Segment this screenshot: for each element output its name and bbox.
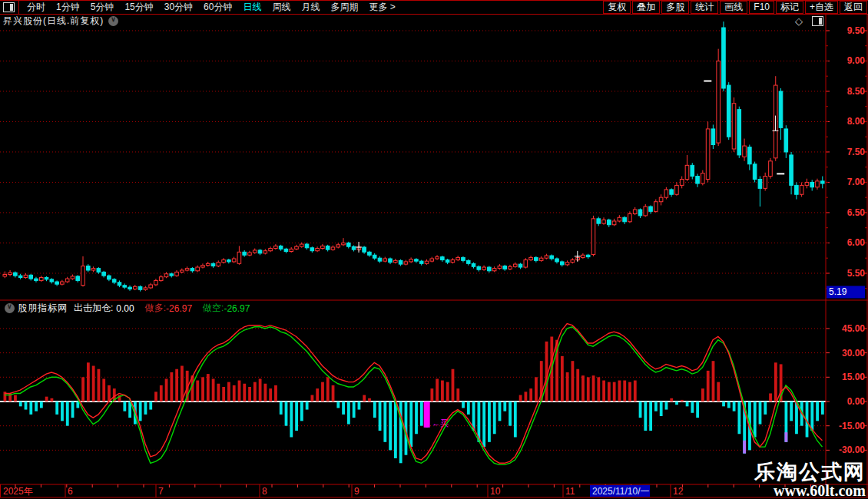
toolbar-button-5[interactable]: F10	[749, 1, 774, 14]
price-axis-label: 9.00	[847, 55, 866, 66]
indicator-bar	[639, 402, 642, 418]
period-tab-0[interactable]: 分时	[22, 1, 51, 14]
period-tab-2[interactable]: 5分钟	[85, 1, 120, 14]
date-label[interactable]: 6	[68, 486, 73, 497]
indicator-bar	[529, 388, 532, 402]
indicator-bar	[175, 369, 178, 402]
indicator-bar	[45, 397, 48, 402]
candle-body	[779, 91, 783, 127]
date-label[interactable]: 2025年	[3, 486, 33, 497]
candle-body	[419, 261, 423, 263]
candle-body	[784, 129, 788, 152]
candle-body	[764, 177, 767, 189]
candle-body	[571, 260, 575, 263]
date-label[interactable]: 7	[158, 486, 164, 497]
candle-body	[185, 269, 189, 270]
indicator-bar	[488, 402, 491, 442]
candle-body	[732, 104, 736, 149]
candle-body	[565, 263, 569, 265]
toolbar-button-0[interactable]: 复权	[603, 1, 631, 14]
candle-body	[586, 255, 590, 256]
period-tab-8[interactable]: 月线	[296, 1, 325, 14]
candle-body	[456, 257, 460, 259]
candle-body	[269, 249, 273, 251]
price-axis-label: 5.50	[847, 268, 866, 279]
period-tab-5[interactable]: 60分钟	[198, 1, 237, 14]
date-label[interactable]: 12	[673, 486, 684, 497]
indicator-bar	[165, 378, 168, 402]
indicator-bar	[19, 402, 22, 406]
date-label[interactable]: 10	[490, 486, 501, 497]
candle-body	[680, 180, 684, 186]
indicator-line-long	[5, 324, 822, 464]
toolbar-button-4[interactable]: 画线	[720, 1, 747, 14]
candle-body	[810, 182, 814, 187]
date-label[interactable]: 11	[565, 486, 575, 497]
indicator-bar	[722, 402, 725, 406]
indicator-bar	[446, 382, 449, 402]
indicator-bar	[280, 402, 283, 415]
candle-body	[664, 190, 668, 197]
indicator-bar	[238, 381, 241, 402]
indicator-bar	[347, 402, 350, 425]
candle-body	[175, 272, 179, 276]
candle-body	[618, 217, 621, 221]
indicator-bar	[61, 402, 64, 421]
candle-body	[258, 250, 262, 253]
period-tab-3[interactable]: 15分钟	[119, 1, 158, 14]
indicator-bar	[654, 402, 658, 411]
indicator-bar	[717, 382, 720, 402]
indicator-bar	[243, 384, 246, 402]
toolbar-button-2[interactable]: 多股	[661, 1, 689, 14]
candle-body	[539, 258, 543, 260]
period-tab-4[interactable]: 30分钟	[159, 1, 198, 14]
indicator-bar	[774, 362, 777, 402]
indicator-bar	[66, 402, 69, 426]
indicator-bar	[363, 395, 366, 402]
layout-icon[interactable]	[3, 2, 15, 12]
indicator-bar	[25, 402, 28, 410]
candle-body	[65, 279, 69, 282]
indicator-bar	[233, 385, 236, 402]
date-label[interactable]: 8	[262, 486, 267, 497]
indicator-chevron-icon[interactable]	[5, 303, 15, 313]
candle-body	[86, 266, 90, 270]
candle-body	[555, 259, 559, 262]
candle-body	[711, 129, 715, 145]
candle-body	[211, 263, 215, 266]
candle-body	[602, 220, 606, 223]
toolbar-button-6[interactable]: 标记	[776, 1, 803, 14]
indicator-bar	[321, 382, 324, 402]
candle-body	[331, 247, 335, 250]
toolbar-button-1[interactable]: 叠加	[632, 1, 660, 14]
period-tab-6[interactable]: 日线	[237, 1, 267, 14]
diamond-icon[interactable]: ◇	[795, 15, 803, 27]
indicator-bar	[665, 402, 668, 410]
indicator-bar	[300, 402, 303, 421]
candle-body	[295, 246, 299, 249]
candle-body	[441, 257, 445, 260]
candle-body	[24, 275, 28, 277]
candle-body	[597, 219, 601, 223]
period-tab-1[interactable]: 1分钟	[51, 1, 85, 14]
toolbar-button-8[interactable]: 返回	[840, 1, 867, 14]
toolbar-button-7[interactable]: +自选	[805, 1, 838, 14]
candle-body	[71, 276, 75, 279]
indicator-name: 股朋指标网	[18, 302, 68, 315]
toolbar-button-3[interactable]: 统计	[691, 1, 718, 14]
indicator-axis-label: 15.00	[842, 372, 865, 382]
indicator-bar	[691, 402, 694, 413]
window-icon[interactable]	[812, 16, 823, 26]
chevron-down-icon[interactable]	[108, 16, 118, 26]
period-tab-10[interactable]: 更多 >	[363, 1, 400, 14]
indicator-bar	[415, 402, 418, 434]
candle-body	[14, 273, 18, 276]
candle-body	[591, 219, 595, 255]
candle-body	[102, 272, 106, 276]
date-label[interactable]: 9	[354, 486, 359, 497]
indicator-bar	[608, 382, 611, 402]
indicator-bar	[733, 402, 736, 411]
period-tab-7[interactable]: 周线	[267, 1, 296, 14]
period-tab-9[interactable]: 多周期	[325, 1, 363, 14]
indicator-bar	[576, 369, 579, 402]
